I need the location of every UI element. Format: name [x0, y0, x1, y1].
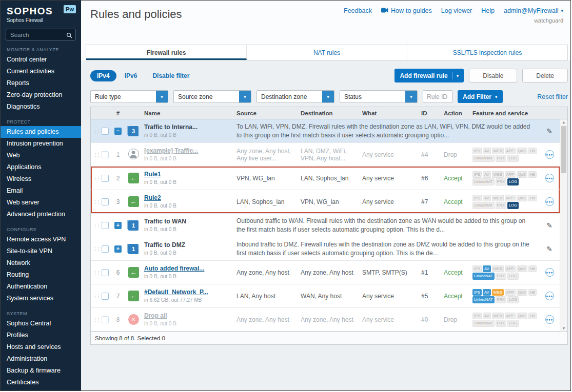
sidebar-item-administration[interactable]: Administration	[1, 353, 81, 365]
row-checkbox[interactable]	[102, 175, 109, 182]
sidebar-item-intrusion-prevention[interactable]: Intrusion prevention	[1, 138, 81, 150]
rule-name-link[interactable]: Drop all	[144, 312, 232, 319]
filter-dropdown-source-zone[interactable]: Source zone▾	[173, 90, 251, 103]
disable-filter-link[interactable]: Disable filter	[152, 72, 189, 79]
scrollbar-thumb[interactable]	[561, 126, 566, 173]
more-actions-icon[interactable]: ●●●	[545, 197, 554, 206]
sidebar-item-zero-day-protection[interactable]: Zero-day protection	[1, 89, 81, 101]
drag-handle[interactable]: ⋮⋮	[91, 223, 99, 228]
row-checkbox[interactable]	[102, 198, 109, 205]
sidebar-item-routing[interactable]: Routing	[1, 269, 81, 281]
drag-handle[interactable]: ⋮⋮	[91, 176, 99, 181]
sidebar-item-current-activities[interactable]: Current activities	[1, 66, 81, 77]
drag-handle[interactable]: ⋮⋮	[91, 270, 99, 275]
sidebar-item-hosts-and-services[interactable]: Hosts and services	[1, 341, 81, 353]
add-filter-button[interactable]: Add Filter ▾	[458, 90, 503, 103]
disable-button[interactable]: Disable	[469, 69, 517, 82]
row-checkbox[interactable]	[102, 222, 109, 229]
sidebar-item-profiles[interactable]: Profiles	[1, 329, 81, 341]
sidebar-item-reports[interactable]: Reports	[1, 77, 81, 89]
sidebar-item-network[interactable]: Network	[1, 257, 81, 269]
rule-name-link[interactable]: [example] Traffic...	[144, 147, 232, 154]
sidebar-item-advanced-protection[interactable]: Advanced protection	[1, 209, 81, 220]
edit-icon[interactable]: ✎	[546, 245, 553, 253]
sidebar-item-diagnostics[interactable]: Diagnostics	[1, 101, 81, 113]
row-checkbox[interactable]	[102, 151, 109, 158]
more-actions-icon[interactable]: ●●●	[545, 150, 554, 159]
expand-icon[interactable]: +	[114, 222, 122, 229]
sidebar-item-rules-and-policies[interactable]: Rules and policies	[1, 126, 81, 138]
account-menu[interactable]: admin@MyFirewall ▾	[504, 7, 563, 14]
scroll-down-icon[interactable]: ▼	[560, 325, 567, 332]
tab-nat-rules[interactable]: NAT rules	[247, 45, 407, 60]
drag-handle[interactable]: ⋮⋮	[91, 294, 99, 299]
ipv6-toggle[interactable]: IPv6	[125, 72, 137, 79]
sidebar-item-certificates[interactable]: Certificates	[1, 377, 81, 388]
expand-icon[interactable]: +	[114, 245, 122, 253]
row-checkbox[interactable]	[102, 293, 109, 300]
drag-handle[interactable]: ⋮⋮	[91, 129, 99, 134]
drag-handle[interactable]: ⋮⋮	[91, 152, 99, 157]
sidebar-item-sophos-central[interactable]: Sophos Central	[1, 318, 81, 329]
sidebar-item-control-center[interactable]: Control center	[1, 54, 81, 66]
log-viewer-link[interactable]: Log viewer	[441, 7, 472, 14]
sidebar-item-authentication[interactable]: Authentication	[1, 281, 81, 293]
sidebar-item-site-to-site-vpn[interactable]: Site-to-site VPN	[1, 245, 81, 257]
row-checkbox[interactable]	[102, 269, 109, 276]
drag-handle[interactable]: ⋮⋮	[91, 246, 99, 252]
rule-name-link[interactable]: #Default_Network_P...	[144, 288, 232, 296]
sidebar-item-backup-firmware[interactable]: Backup & firmware	[1, 365, 81, 377]
more-actions-icon[interactable]: ●●●	[545, 292, 554, 300]
add-firewall-rule-button[interactable]: Add firewall rule ▾	[395, 69, 464, 82]
sidebar-item-web[interactable]: Web	[1, 150, 81, 161]
filter-dropdown-destination-zone[interactable]: Destination zone▾	[257, 90, 334, 103]
more-actions-icon[interactable]: ●●●	[545, 174, 554, 182]
sidebar-item-email[interactable]: Email	[1, 185, 81, 197]
row-checkbox[interactable]	[102, 245, 109, 253]
chevron-down-icon[interactable]: ▾	[156, 91, 168, 102]
badge-prx: PRX	[496, 273, 506, 280]
help-link[interactable]: Help	[481, 7, 495, 14]
sidebar-item-wireless[interactable]: Wireless	[1, 173, 81, 185]
howto-guides-link[interactable]: How-to guides	[381, 7, 432, 14]
filter-dropdown-status[interactable]: Status▾	[340, 90, 418, 103]
group-name[interactable]: Traffic to WAN	[144, 218, 232, 225]
chevron-down-icon[interactable]: ▾	[405, 91, 417, 102]
action-cell: Drop	[442, 151, 470, 158]
group-name[interactable]: Traffic to Interna...	[144, 123, 232, 131]
feedback-link[interactable]: Feedback	[344, 7, 372, 14]
sidebar-item-applications[interactable]: Applications	[1, 161, 81, 173]
drag-handle[interactable]: ⋮⋮	[91, 199, 99, 204]
rule-name-link[interactable]: Rule2	[144, 194, 232, 201]
what-cell: SMTP, SMTP(S)	[360, 269, 419, 276]
ipv4-toggle[interactable]: IPv4	[90, 70, 116, 81]
collapse-icon[interactable]: −	[114, 128, 122, 135]
search-icon[interactable]	[66, 31, 72, 40]
more-actions-icon[interactable]: ●●●	[545, 315, 554, 324]
group-name[interactable]: Traffic to DMZ	[144, 241, 232, 249]
scrollbar[interactable]: ▲ ▼	[560, 119, 567, 332]
row-checkbox[interactable]	[102, 128, 109, 135]
badge-app: APP	[505, 265, 516, 273]
chevron-down-icon[interactable]: ▾	[322, 91, 334, 102]
rule-name-link[interactable]: Rule1	[144, 171, 232, 178]
filter-dropdown-rule-type[interactable]: Rule type▾	[90, 90, 168, 103]
sidebar-item-remote-access-vpn[interactable]: Remote access VPN	[1, 234, 81, 245]
tab-firewall-rules[interactable]: Firewall rules	[86, 45, 247, 60]
drag-handle[interactable]: ⋮⋮	[91, 317, 99, 322]
scroll-up-icon[interactable]: ▲	[560, 119, 567, 126]
chevron-down-icon[interactable]: ▾	[239, 91, 251, 102]
rule-name-link[interactable]: Auto added firewal...	[144, 265, 232, 272]
search-input[interactable]	[6, 29, 76, 40]
edit-icon[interactable]: ✎	[546, 221, 553, 230]
row-checkbox[interactable]	[102, 316, 109, 323]
reset-filter-link[interactable]: Reset filter	[537, 93, 568, 100]
edit-icon[interactable]: ✎	[546, 127, 553, 135]
tab-ssl-tls-inspection-rules[interactable]: SSL/TLS inspection rules	[407, 45, 567, 60]
sidebar-item-web-server[interactable]: Web server	[1, 197, 81, 209]
col-header-source: Source	[234, 110, 299, 116]
sidebar-item-system-services[interactable]: System services	[1, 293, 81, 304]
more-actions-icon[interactable]: ●●●	[545, 268, 554, 277]
delete-button[interactable]: Delete	[522, 69, 568, 82]
rule-id-input[interactable]	[423, 90, 452, 103]
